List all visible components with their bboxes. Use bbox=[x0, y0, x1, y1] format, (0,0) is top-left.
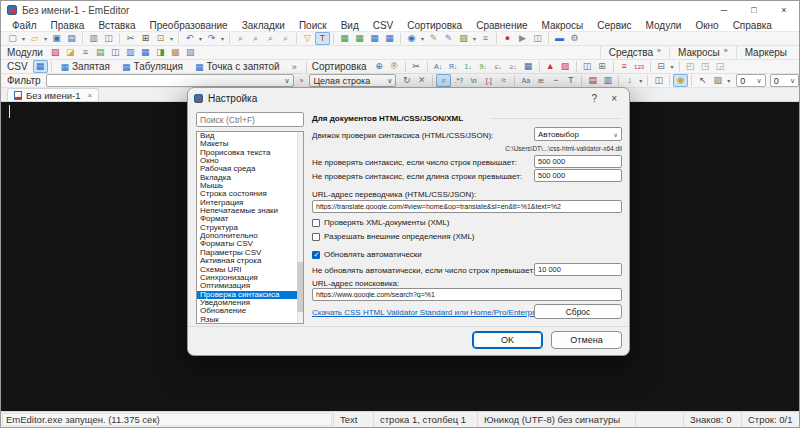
redo-icon[interactable]: ↷ bbox=[204, 32, 219, 45]
sort-length-descending-icon[interactable]: ≥↓ bbox=[506, 60, 521, 73]
max-lines-input[interactable] bbox=[534, 155, 622, 168]
word-count-module-icon[interactable]: ▤ bbox=[93, 46, 108, 59]
column-options-dropdown-icon[interactable]: ▾ bbox=[669, 63, 676, 70]
line-numbers-icon[interactable]: 123 bbox=[632, 60, 647, 73]
new-file-dropdown-icon[interactable]: ▾ bbox=[20, 35, 27, 42]
separator[interactable] bbox=[333, 33, 334, 44]
column-filter-icon[interactable]: Т bbox=[563, 74, 578, 87]
filter-input[interactable]: ∨ bbox=[46, 74, 294, 87]
csv-comma-button[interactable]: ▦ Запятая bbox=[55, 60, 116, 73]
plugins-dropdown-icon[interactable]: ▾ bbox=[419, 35, 426, 42]
sync-scroll-icon[interactable]: ▦ bbox=[382, 32, 397, 45]
sort-az-descending-icon[interactable]: Я↓ bbox=[446, 60, 461, 73]
open-documents-module-icon[interactable]: ▩ bbox=[168, 46, 183, 59]
undo-dropdown-icon[interactable]: ▾ bbox=[197, 35, 204, 42]
filter-scope-select[interactable]: Целая строка ∨ bbox=[309, 74, 396, 87]
separator[interactable] bbox=[178, 33, 179, 44]
menu-item[interactable]: Справка bbox=[726, 19, 779, 32]
engine-select[interactable]: Автовыбор ∨ bbox=[534, 127, 622, 141]
negative-filter-icon[interactable]: − bbox=[548, 74, 563, 87]
web-preview-module-icon[interactable]: ▥ bbox=[123, 46, 138, 59]
sort-az-ascending-icon[interactable]: А↓ bbox=[431, 60, 446, 73]
pointer-icon[interactable]: ↖ bbox=[695, 74, 710, 87]
checkbox[interactable] bbox=[312, 251, 320, 259]
redo-dropdown-icon[interactable]: ▾ bbox=[219, 35, 226, 42]
save-all-icon[interactable]: ▤ bbox=[64, 32, 79, 45]
paste-dropdown-icon[interactable]: ▾ bbox=[168, 35, 175, 42]
markers-button[interactable]: Маркеры bbox=[736, 46, 799, 59]
html-bar-module-icon[interactable]: ◫ bbox=[108, 46, 123, 59]
sort-dialog-icon[interactable]: ▦ bbox=[521, 60, 536, 73]
protect-columns-icon[interactable]: ◉ bbox=[673, 74, 688, 87]
settings-category-list[interactable]: ВидМакетыПрорисовка текстаОкноРабочая ср… bbox=[196, 131, 304, 324]
separator[interactable] bbox=[679, 61, 680, 72]
maximize-button[interactable]: □ bbox=[739, 1, 769, 19]
cut-icon[interactable]: ✂ bbox=[123, 32, 138, 45]
menu-item[interactable]: Файл bbox=[5, 19, 44, 32]
download-validator-link[interactable]: Скачать CSS HTML Validator Standard или … bbox=[312, 308, 545, 317]
edit-snippets-icon[interactable]: ✎ bbox=[441, 32, 456, 45]
tools-module-icon[interactable]: ▨ bbox=[183, 46, 198, 59]
external-defs-checkbox-row[interactable]: Разрешать внешние определения (XML) bbox=[312, 232, 475, 241]
transpose-icon[interactable]: ◲ bbox=[713, 60, 728, 73]
tools-button[interactable]: Средства » bbox=[600, 46, 669, 59]
reset-button[interactable]: Сброс bbox=[534, 304, 622, 319]
web-preview-icon[interactable]: ▦ bbox=[352, 32, 367, 45]
heading-level-select[interactable]: 0 ∨ bbox=[736, 74, 765, 87]
status-encoding[interactable]: Юникод (UTF-8) без сигнатуры bbox=[477, 412, 635, 427]
sort-length-ascending-icon[interactable]: ≤↓ bbox=[491, 60, 506, 73]
plugins-icon[interactable]: ◉ bbox=[404, 32, 419, 45]
menu-item[interactable]: Сервис bbox=[590, 19, 638, 32]
copy-icon[interactable]: ⊞ bbox=[138, 32, 153, 45]
separator[interactable] bbox=[618, 75, 619, 86]
separator[interactable] bbox=[548, 33, 549, 44]
match-case-icon[interactable]: Аа bbox=[518, 74, 533, 87]
search-url-input[interactable] bbox=[312, 288, 622, 301]
record-macro-icon[interactable]: ● bbox=[500, 32, 515, 45]
panel-icon[interactable]: ▬ bbox=[552, 32, 567, 45]
projects-module-icon[interactable]: ▧ bbox=[48, 46, 63, 59]
outline-icon[interactable]: ≡ bbox=[478, 32, 493, 45]
max-line-length-input[interactable] bbox=[534, 169, 622, 182]
separator[interactable] bbox=[229, 33, 230, 44]
menu-item[interactable]: Макросы bbox=[535, 19, 591, 32]
scrollbar-thumb[interactable] bbox=[297, 262, 303, 312]
separator[interactable] bbox=[650, 61, 651, 72]
snapshot-icon[interactable]: ▨ bbox=[456, 32, 471, 45]
column-options-icon[interactable]: ⊟ bbox=[654, 60, 669, 73]
translator-url-input[interactable] bbox=[312, 200, 622, 213]
status-cursor-position[interactable]: строка 1, столбец 1 bbox=[373, 412, 477, 427]
find-in-files-icon[interactable]: ⌕ bbox=[278, 32, 293, 45]
cut-columns-icon[interactable]: ✂ bbox=[409, 60, 424, 73]
tab-close-icon[interactable]: × bbox=[87, 91, 92, 100]
separator[interactable] bbox=[514, 75, 515, 86]
extract-lines-icon[interactable]: ↓ bbox=[622, 74, 637, 87]
overflow-chevron-icon[interactable]: » bbox=[292, 62, 297, 72]
number-range-icon[interactable]: [.] bbox=[481, 74, 496, 87]
separator[interactable] bbox=[427, 61, 428, 72]
menu-item[interactable]: CSV bbox=[366, 19, 401, 32]
menu-item[interactable]: Сравнение bbox=[469, 19, 534, 32]
new-file-icon[interactable]: ▢ bbox=[5, 32, 20, 45]
open-icon[interactable]: ▱ bbox=[27, 32, 42, 45]
separator[interactable] bbox=[576, 61, 577, 72]
sort-move-icon[interactable]: ⊕ bbox=[372, 60, 387, 73]
filter-document-icon[interactable]: ▤ bbox=[585, 74, 600, 87]
help-button[interactable]: ? bbox=[592, 93, 598, 104]
auto-update-checkbox-row[interactable]: Обновлять автоматически bbox=[312, 250, 422, 259]
wrench-icon[interactable]: ⚙ bbox=[567, 32, 582, 45]
print-icon[interactable]: ▥ bbox=[86, 32, 101, 45]
run-macro-icon[interactable]: ▶ bbox=[515, 32, 530, 45]
sort-num-descending-icon[interactable]: 9↓ bbox=[476, 60, 491, 73]
close-button[interactable]: × bbox=[769, 1, 799, 19]
ok-button[interactable]: OK bbox=[472, 331, 543, 349]
sort-num-ascending-icon[interactable]: 1↓ bbox=[461, 60, 476, 73]
find-next-icon[interactable]: ⌕ bbox=[248, 32, 263, 45]
undo-icon[interactable]: ↶ bbox=[182, 32, 197, 45]
fuzzy-match-icon[interactable]: ≈ bbox=[496, 74, 511, 87]
menu-item[interactable]: Правка bbox=[44, 19, 92, 32]
settings-category-item[interactable]: Язык bbox=[197, 316, 303, 324]
csv-semicolon-button[interactable]: ▦ Точка с запятой bbox=[189, 60, 286, 73]
filter-overflow-chevron-icon[interactable]: » bbox=[300, 77, 304, 84]
paste-icon[interactable]: ⊡ bbox=[153, 32, 168, 45]
